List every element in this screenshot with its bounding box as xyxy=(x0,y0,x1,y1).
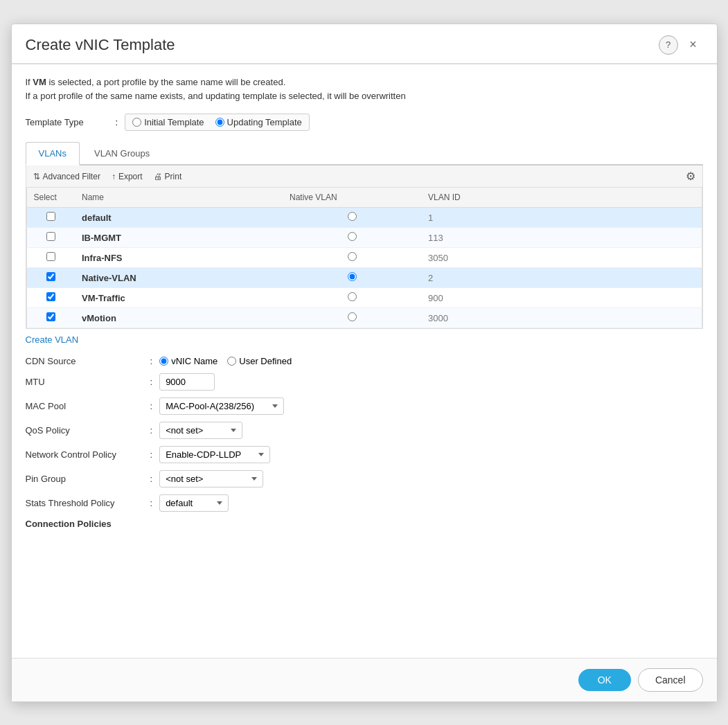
pin-group-label: Pin Group xyxy=(26,474,150,484)
initial-template-radio[interactable] xyxy=(132,118,141,127)
template-type-label: Template Type xyxy=(26,117,116,127)
row-name: VM-Traffic xyxy=(75,288,283,308)
initial-template-label: Initial Template xyxy=(144,117,204,127)
tab-vlan-groups[interactable]: VLAN Groups xyxy=(81,142,163,164)
native-vlan-radio[interactable] xyxy=(348,272,357,281)
pin-group-select[interactable]: <not set> xyxy=(159,470,263,487)
print-button[interactable]: 🖨 Print xyxy=(154,172,182,181)
cancel-button[interactable]: Cancel xyxy=(638,668,703,692)
row-vlan-id: 3050 xyxy=(421,248,702,268)
info-line2: If a port profile of the same name exist… xyxy=(26,91,406,101)
row-native-vlan xyxy=(283,228,421,248)
network-control-policy-colon: : xyxy=(150,449,153,460)
cdn-vnic-radio[interactable] xyxy=(159,357,168,366)
qos-policy-row: QoS Policy : <not set> xyxy=(26,422,703,439)
updating-template-radio[interactable] xyxy=(215,118,224,127)
table-row: default1 xyxy=(26,208,702,228)
row-native-vlan xyxy=(283,288,421,308)
info-line1-prefix: If xyxy=(26,77,33,87)
row-name: Native-VLAN xyxy=(75,268,283,288)
row-native-vlan xyxy=(283,208,421,228)
col-name: Name xyxy=(75,188,283,208)
network-control-policy-row: Network Control Policy : Enable-CDP-LLDP xyxy=(26,446,703,463)
cdn-user-radio[interactable] xyxy=(227,357,236,366)
fields-section: CDN Source : vNIC Name User Defined MTU … xyxy=(26,356,703,529)
col-native-vlan: Native VLAN xyxy=(283,188,421,208)
row-native-vlan xyxy=(283,248,421,268)
dialog-footer: OK Cancel xyxy=(12,658,717,701)
native-vlan-radio[interactable] xyxy=(348,252,357,261)
template-type-row: Template Type : Initial Template Updatin… xyxy=(26,114,703,131)
row-checkbox[interactable] xyxy=(46,212,55,221)
table-header: Select Name Native VLAN VLAN ID xyxy=(26,188,702,208)
row-checkbox-cell xyxy=(26,268,75,288)
table-body: default1IB-MGMT113Infra-NFS3050Native-VL… xyxy=(26,208,702,328)
row-vlan-id: 3000 xyxy=(421,308,702,328)
cdn-user-option[interactable]: User Defined xyxy=(227,356,292,366)
print-icon: 🖨 xyxy=(154,172,162,181)
row-checkbox-cell xyxy=(26,248,75,268)
col-vlan-id: VLAN ID xyxy=(421,188,702,208)
vlan-table: Select Name Native VLAN VLAN ID default1… xyxy=(26,188,702,328)
mtu-input[interactable]: 9000 xyxy=(159,373,215,391)
row-name: IB-MGMT xyxy=(75,228,283,248)
template-type-colon: : xyxy=(116,117,118,127)
row-native-vlan xyxy=(283,268,421,288)
row-vlan-id: 113 xyxy=(421,228,702,248)
native-vlan-radio[interactable] xyxy=(348,232,357,241)
info-text: If VM is selected, a port profile by the… xyxy=(26,75,703,105)
dialog-header: Create vNIC Template ? × xyxy=(12,24,717,64)
export-icon: ↑ xyxy=(112,172,116,181)
stats-threshold-policy-select[interactable]: default xyxy=(159,494,229,512)
row-checkbox[interactable] xyxy=(46,292,55,301)
print-label: Print xyxy=(165,172,182,181)
cdn-vnic-option[interactable]: vNIC Name xyxy=(159,356,217,366)
row-checkbox[interactable] xyxy=(46,232,55,241)
row-checkbox[interactable] xyxy=(46,252,55,261)
settings-icon[interactable]: ⚙ xyxy=(686,170,695,183)
mac-pool-colon: : xyxy=(150,401,153,411)
table-row: vMotion3000 xyxy=(26,308,702,328)
row-checkbox-cell xyxy=(26,288,75,308)
ok-button[interactable]: OK xyxy=(578,669,631,691)
header-icons: ? × xyxy=(659,35,703,55)
close-button[interactable]: × xyxy=(684,35,703,55)
table-header-row: Select Name Native VLAN VLAN ID xyxy=(26,188,702,208)
row-name: vMotion xyxy=(75,308,283,328)
mtu-colon: : xyxy=(150,377,153,387)
stats-threshold-policy-label: Stats Threshold Policy xyxy=(26,498,150,508)
updating-template-option[interactable]: Updating Template xyxy=(215,117,302,127)
stats-threshold-policy-colon: : xyxy=(150,498,153,508)
cdn-source-row: CDN Source : vNIC Name User Defined xyxy=(26,356,703,366)
create-vlan-link[interactable]: Create VLAN xyxy=(26,334,703,345)
updating-template-label: Updating Template xyxy=(227,117,302,127)
cdn-source-label: CDN Source xyxy=(26,356,150,366)
qos-policy-label: QoS Policy xyxy=(26,425,150,436)
qos-policy-select[interactable]: <not set> xyxy=(159,422,242,439)
help-button[interactable]: ? xyxy=(659,35,678,55)
vlan-table-container: Select Name Native VLAN VLAN ID default1… xyxy=(26,188,703,329)
table-row: Infra-NFS3050 xyxy=(26,248,702,268)
network-control-policy-select[interactable]: Enable-CDP-LLDP xyxy=(159,446,270,463)
row-checkbox[interactable] xyxy=(46,272,55,281)
row-vlan-id: 900 xyxy=(421,288,702,308)
mac-pool-select[interactable]: MAC-Pool-A(238/256) xyxy=(159,397,284,415)
row-checkbox[interactable] xyxy=(46,312,55,321)
native-vlan-radio[interactable] xyxy=(348,292,357,301)
export-button[interactable]: ↑ Export xyxy=(112,172,143,181)
dialog-body: If VM is selected, a port profile by the… xyxy=(12,64,717,658)
tab-vlans[interactable]: VLANs xyxy=(26,142,80,165)
table-toolbar: ⇅ Advanced Filter ↑ Export 🖨 Print ⚙ xyxy=(26,165,703,188)
native-vlan-radio[interactable] xyxy=(348,312,357,321)
native-vlan-radio[interactable] xyxy=(348,212,357,221)
qos-policy-colon: : xyxy=(150,425,153,436)
advanced-filter-button[interactable]: ⇅ Advanced Filter xyxy=(33,172,100,181)
initial-template-option[interactable]: Initial Template xyxy=(132,117,204,127)
row-checkbox-cell xyxy=(26,208,75,228)
mac-pool-label: MAC Pool xyxy=(26,401,150,411)
row-name: Infra-NFS xyxy=(75,248,283,268)
cdn-vnic-label: vNIC Name xyxy=(171,356,217,366)
row-vlan-id: 1 xyxy=(421,208,702,228)
advanced-filter-label: Advanced Filter xyxy=(43,172,100,181)
stats-threshold-policy-row: Stats Threshold Policy : default xyxy=(26,494,703,512)
